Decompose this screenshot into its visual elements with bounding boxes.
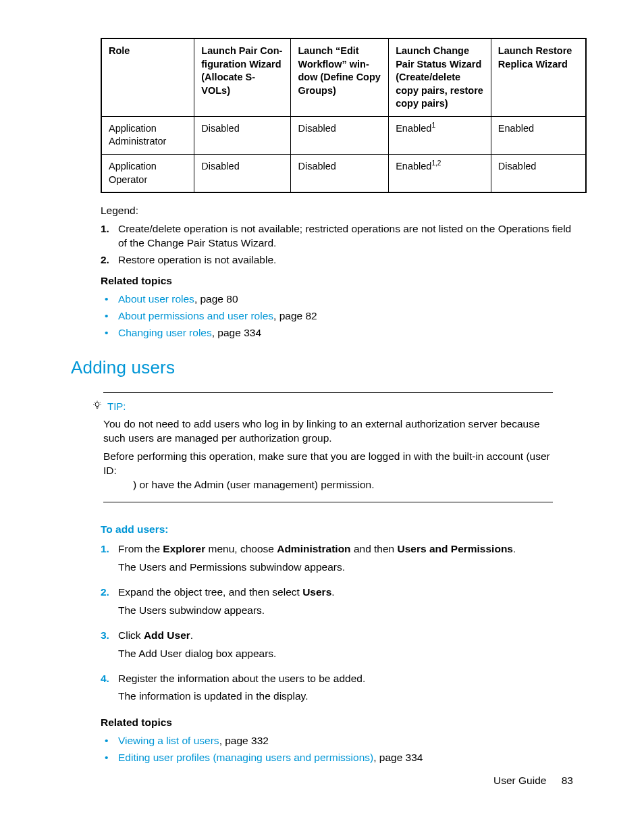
page-footer: User Guide 83 bbox=[493, 774, 573, 788]
svg-line-3 bbox=[100, 402, 101, 402]
lightbulb-icon bbox=[92, 400, 102, 414]
cell: Disabled bbox=[291, 154, 389, 192]
step-num: 2. bbox=[101, 585, 118, 623]
legend-num: 1. bbox=[101, 222, 118, 251]
procedure-steps: 1. From the Explorer menu, choose Admini… bbox=[101, 542, 573, 709]
tip-rule-bottom bbox=[103, 502, 553, 502]
link-viewing-users[interactable]: Viewing a list of users bbox=[118, 735, 219, 746]
tip-rule-top bbox=[103, 392, 553, 393]
related-link-item: About permissions and user roles, page 8… bbox=[105, 309, 573, 323]
step-result: The Users and Permissions subwindow appe… bbox=[118, 561, 573, 575]
step-2: 2. Expand the object tree, and then sele… bbox=[101, 585, 573, 623]
tip-label: TIP: bbox=[107, 400, 126, 413]
related-link-item: Changing user roles, page 334 bbox=[105, 326, 573, 340]
step-result: The information is updated in the displa… bbox=[118, 689, 573, 704]
link-about-user-roles[interactable]: About user roles bbox=[118, 293, 194, 305]
tip-text-1: You do not need to add users who log in … bbox=[103, 417, 553, 446]
link-editing-profiles[interactable]: Editing user profiles (managing users an… bbox=[118, 752, 373, 763]
legend-text: Create/delete operation is not available… bbox=[118, 222, 573, 251]
related-link-item: Editing user profiles (managing users an… bbox=[105, 751, 573, 765]
cell: Enabled bbox=[491, 116, 586, 154]
legend-item: 2. Restore operation is not available. bbox=[101, 253, 573, 267]
related-topics-list: About user roles, page 80 About permissi… bbox=[105, 292, 573, 340]
link-about-permissions[interactable]: About permissions and user roles bbox=[118, 310, 273, 321]
cell: Disabled bbox=[194, 116, 291, 154]
page-number: 83 bbox=[562, 775, 573, 786]
step-4: 4. Register the information about the us… bbox=[101, 672, 573, 710]
cell: Enabled1,2 bbox=[389, 154, 491, 192]
step-1: 1. From the Explorer menu, choose Admini… bbox=[101, 542, 573, 580]
table-row: Application Adminis­trator Disabled Disa… bbox=[101, 116, 586, 154]
legend-label: Legend: bbox=[101, 204, 573, 218]
legend-text: Restore operation is not available. bbox=[118, 253, 573, 267]
footer-label: User Guide bbox=[493, 775, 546, 786]
col-restore-replica: Launch Restore Replica Wizard bbox=[491, 38, 586, 116]
col-role: Role bbox=[101, 38, 194, 116]
tip-text-2: Before performing this operation, make s… bbox=[103, 450, 553, 492]
cell-role: Application Adminis­trator bbox=[101, 116, 194, 154]
step-num: 4. bbox=[101, 672, 118, 710]
page: Role Launch Pair Con­figuration Wizard (… bbox=[0, 0, 644, 834]
cell-role: Application Operator bbox=[101, 154, 194, 192]
step-result: The Add User dialog box appears. bbox=[118, 647, 573, 661]
related-topics-heading: Related topics bbox=[101, 274, 573, 288]
step-num: 3. bbox=[101, 629, 118, 667]
step-num: 1. bbox=[101, 542, 118, 580]
cell: Disabled bbox=[291, 116, 389, 154]
svg-line-2 bbox=[94, 402, 95, 402]
col-edit-workflow: Launch “Edit Workflow” win­dow (Define C… bbox=[291, 38, 389, 116]
col-change-pair-status: Launch Change Pair Status Wiz­ard (Creat… bbox=[389, 38, 491, 116]
related-link-item: Viewing a list of users, page 332 bbox=[105, 734, 573, 748]
link-changing-user-roles[interactable]: Changing user roles bbox=[118, 327, 212, 338]
table-row: Application Operator Disabled Disabled E… bbox=[101, 154, 586, 192]
legend-item: 1. Create/delete operation is not availa… bbox=[101, 222, 573, 251]
related-topics-heading-2: Related topics bbox=[101, 716, 573, 730]
legend-list: 1. Create/delete operation is not availa… bbox=[101, 222, 573, 267]
step-result: The Users subwindow appears. bbox=[118, 604, 573, 618]
col-launch-pair: Launch Pair Con­figuration Wizard (Alloc… bbox=[194, 38, 291, 116]
cell: Disabled bbox=[491, 154, 586, 192]
procedure-heading: To add users: bbox=[101, 523, 573, 537]
related-topics-list-2: Viewing a list of users, page 332 Editin… bbox=[105, 734, 573, 765]
step-3: 3. Click Add User. The Add User dialog b… bbox=[101, 629, 573, 667]
related-link-item: About user roles, page 80 bbox=[105, 292, 573, 307]
permissions-table: Role Launch Pair Con­figuration Wizard (… bbox=[101, 38, 587, 193]
svg-point-0 bbox=[95, 402, 99, 406]
cell: Disabled bbox=[194, 154, 291, 192]
cell: Enabled1 bbox=[389, 116, 491, 154]
table-header-row: Role Launch Pair Con­figuration Wizard (… bbox=[101, 38, 586, 116]
legend-num: 2. bbox=[101, 253, 118, 267]
tip-box: TIP: You do not need to add users who lo… bbox=[92, 392, 553, 511]
section-heading-adding-users: Adding users bbox=[71, 356, 573, 380]
